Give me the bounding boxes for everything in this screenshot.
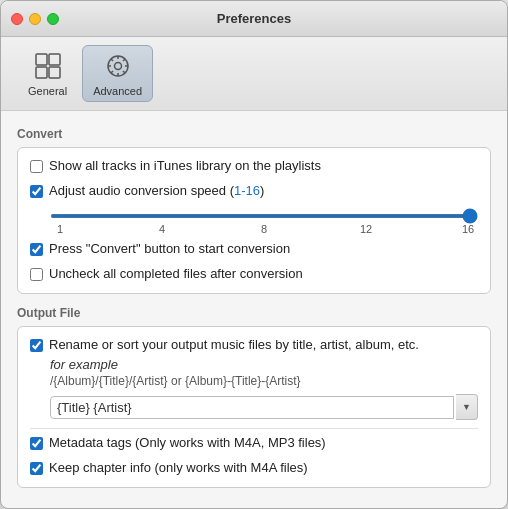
adjust-speed-checkbox[interactable] <box>30 185 43 198</box>
rename-sort-checkbox[interactable] <box>30 339 43 352</box>
maximize-button[interactable] <box>47 13 59 25</box>
tick-1: 1 <box>50 223 70 235</box>
format-input-row: ▼ <box>50 394 478 420</box>
svg-line-13 <box>111 71 113 73</box>
adjust-speed-row: Adjust audio conversion speed (1-16) <box>30 183 478 200</box>
speed-slider[interactable] <box>50 214 478 218</box>
show-tracks-label: Show all tracks in iTunes library on the… <box>49 158 321 175</box>
uncheck-completed-row: Uncheck all completed files after conver… <box>30 266 478 283</box>
metadata-tags-row: Metadata tags (Only works with M4A, MP3 … <box>30 435 478 452</box>
minimize-button[interactable] <box>29 13 41 25</box>
svg-line-11 <box>123 71 125 73</box>
tab-advanced[interactable]: Advanced <box>82 45 153 102</box>
titlebar: Preferences <box>1 1 507 37</box>
format-input[interactable] <box>50 396 454 419</box>
tick-4: 4 <box>152 223 172 235</box>
format-dropdown-button[interactable]: ▼ <box>456 394 478 420</box>
advanced-icon <box>102 50 134 82</box>
tab-advanced-label: Advanced <box>93 85 142 97</box>
main-content: Convert Show all tracks in iTunes librar… <box>1 111 507 508</box>
svg-rect-0 <box>36 54 47 65</box>
slider-container: 1 4 8 12 16 <box>30 202 478 241</box>
general-icon <box>32 50 64 82</box>
convert-section-box: Show all tracks in iTunes library on the… <box>17 147 491 294</box>
toolbar: General Advanced <box>1 37 507 111</box>
tab-general-label: General <box>28 85 67 97</box>
rename-sub: for example /{Album}/{Title}/{Artist} or… <box>50 357 478 420</box>
uncheck-completed-label: Uncheck all completed files after conver… <box>49 266 303 283</box>
rename-sort-row: Rename or sort your output music files b… <box>30 337 478 354</box>
divider <box>30 428 478 429</box>
preferences-window: Preferences General <box>0 0 508 509</box>
show-tracks-checkbox[interactable] <box>30 160 43 173</box>
press-convert-label: Press "Convert" button to start conversi… <box>49 241 290 258</box>
tick-12: 12 <box>356 223 376 235</box>
svg-rect-1 <box>49 54 60 65</box>
press-convert-checkbox[interactable] <box>30 243 43 256</box>
keep-chapter-row: Keep chapter info (only works with M4A f… <box>30 460 478 477</box>
svg-line-12 <box>123 59 125 61</box>
metadata-tags-label: Metadata tags (Only works with M4A, MP3 … <box>49 435 326 452</box>
uncheck-completed-checkbox[interactable] <box>30 268 43 281</box>
svg-rect-2 <box>36 67 47 78</box>
convert-section-label: Convert <box>17 127 491 141</box>
speed-range-text: 1-16 <box>234 183 260 198</box>
format-example: /{Album}/{Title}/{Artist} or {Album}-{Ti… <box>50 374 478 388</box>
keep-chapter-label: Keep chapter info (only works with M4A f… <box>49 460 308 477</box>
tab-general[interactable]: General <box>17 45 78 102</box>
show-tracks-row: Show all tracks in iTunes library on the… <box>30 158 478 175</box>
adjust-speed-label: Adjust audio conversion speed (1-16) <box>49 183 264 200</box>
tick-16: 16 <box>458 223 478 235</box>
example-label: for example <box>50 357 478 372</box>
output-section-box: Rename or sort your output music files b… <box>17 326 491 489</box>
close-button[interactable] <box>11 13 23 25</box>
rename-sort-label: Rename or sort your output music files b… <box>49 337 419 354</box>
svg-line-10 <box>111 59 113 61</box>
tick-8: 8 <box>254 223 274 235</box>
metadata-tags-checkbox[interactable] <box>30 437 43 450</box>
press-convert-row: Press "Convert" button to start conversi… <box>30 241 478 258</box>
output-section-label: Output File <box>17 306 491 320</box>
svg-rect-3 <box>49 67 60 78</box>
keep-chapter-checkbox[interactable] <box>30 462 43 475</box>
window-title: Preferences <box>217 11 291 26</box>
svg-point-5 <box>114 63 121 70</box>
traffic-lights <box>11 13 59 25</box>
